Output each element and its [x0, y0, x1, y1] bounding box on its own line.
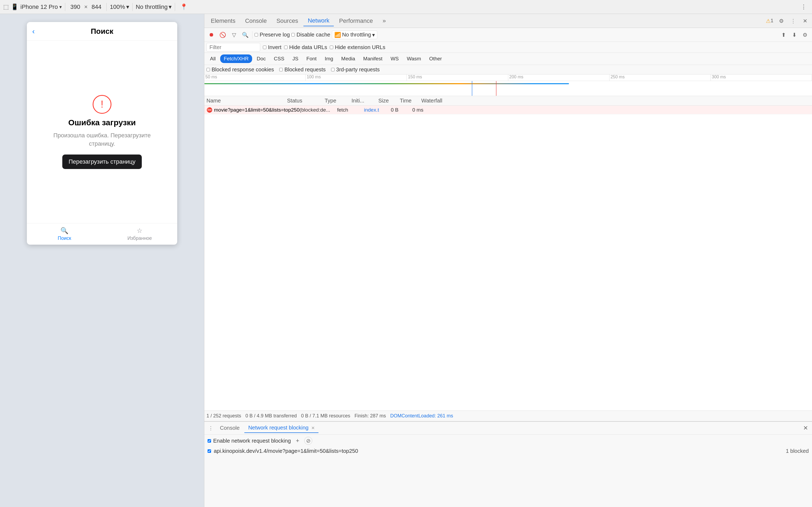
location-sensor-button[interactable]: 📍	[178, 2, 189, 12]
tab-sources[interactable]: Sources	[272, 16, 302, 26]
bottom-tab-network-blocking[interactable]: Network request blocking ✕	[244, 423, 318, 433]
bottom-tab-console[interactable]: Console	[216, 423, 243, 433]
invert-checkbox-label[interactable]: Invert	[263, 44, 282, 50]
tab-elements[interactable]: Elements	[206, 16, 240, 26]
devtools-settings-button[interactable]: ⚙	[776, 16, 786, 26]
filter-input[interactable]	[206, 43, 260, 52]
domcontent-time: DOMContentLoaded: 261 ms	[390, 413, 453, 419]
phone-nav-favorites[interactable]: ☆ Избранное	[102, 223, 177, 245]
device-selector[interactable]: iPhone 12 Pro ▾	[20, 3, 62, 10]
hide-data-urls-checkbox[interactable]	[284, 46, 288, 49]
phone-nav-favorites-label: Избранное	[127, 235, 152, 241]
blocked-requests-label[interactable]: Blocked requests	[279, 66, 325, 73]
tab-network[interactable]: Network	[303, 15, 334, 26]
filter-tab-js[interactable]: JS	[289, 54, 302, 63]
invert-checkbox[interactable]	[263, 46, 266, 49]
bottom-tab-close-button[interactable]: ✕	[311, 426, 315, 430]
search-button[interactable]: 🔍	[240, 30, 250, 40]
devtools-close-button[interactable]: ✕	[800, 16, 810, 26]
network-settings-button[interactable]: ⚙	[800, 30, 810, 40]
filter-tab-font[interactable]: Font	[303, 54, 320, 63]
filter-tab-ws[interactable]: WS	[387, 54, 402, 63]
row-size-value: 0 B	[391, 107, 399, 113]
enable-blocking-label[interactable]: Enable network request blocking	[208, 438, 291, 444]
filter-tab-fetchxhr[interactable]: Fetch/XHR	[220, 54, 252, 63]
filter-tab-all[interactable]: All	[206, 54, 219, 63]
throttle-selector[interactable]: No throttling ▾	[136, 3, 172, 10]
header-time: Time	[400, 98, 421, 104]
row-size-cell: 0 B	[391, 107, 412, 113]
throttle-selector[interactable]: 📶 No throttling ▾	[332, 31, 377, 39]
blocked-requests-checkbox[interactable]	[279, 68, 283, 71]
more-options-button[interactable]: ⋮	[799, 3, 809, 10]
zoom-selector[interactable]: 100% ▾	[110, 3, 129, 10]
error-row-icon: ⛔	[206, 107, 212, 113]
cursor-icon: ⬚	[3, 3, 9, 10]
blocking-rule[interactable]: api.kinopoisk.dev/v1.4/movie?page=1&limi…	[208, 447, 809, 455]
third-party-requests-checkbox[interactable]	[331, 68, 335, 71]
record-button[interactable]: ⏺	[206, 30, 216, 40]
warning-count: 1	[771, 18, 773, 23]
width-value[interactable]: 390	[68, 3, 82, 10]
zoom-chevron-icon: ▾	[126, 3, 129, 10]
network-table[interactable]: Name Status Type Initi... Size Time Wate…	[204, 96, 812, 410]
upload-har-button[interactable]: ⬆	[779, 30, 789, 40]
devtools-more-button[interactable]: ⋮	[789, 16, 798, 26]
search-nav-icon: 🔍	[60, 227, 68, 234]
warning-button[interactable]: ⚠ 1	[765, 16, 774, 26]
blocked-response-cookies-label[interactable]: Blocked response cookies	[206, 66, 274, 73]
tab-console[interactable]: Console	[241, 16, 271, 26]
third-party-requests-label[interactable]: 3rd-party requests	[331, 66, 380, 73]
enable-blocking-checkbox[interactable]	[208, 439, 211, 443]
blocked-response-cookies-checkbox[interactable]	[206, 68, 210, 71]
reload-button[interactable]: Перезагрузить страницу	[62, 155, 142, 169]
error-subtitle: Произошла ошибка. Перезагрузитестраницу.	[53, 131, 151, 148]
tab-performance[interactable]: Performance	[335, 16, 377, 26]
phone-content: ! Ошибка загрузки Произошла ошибка. Пере…	[27, 41, 177, 223]
disable-cache-label: Disable cache	[296, 32, 330, 38]
row-status-value: (blocked:de...	[299, 107, 330, 113]
hide-extension-urls-checkbox-label[interactable]: Hide extension URLs	[330, 44, 385, 50]
disable-cache-checkbox-label[interactable]: Disable cache	[291, 32, 330, 38]
add-rule-button[interactable]: +	[294, 437, 302, 445]
settings-icon: ⚙	[779, 18, 784, 24]
row-name-text: movie?page=1&limit=50&lists=top250	[214, 107, 299, 113]
filter-row: Invert Hide data URLs Hide extension URL…	[204, 42, 812, 53]
hide-extension-urls-checkbox[interactable]	[330, 46, 333, 49]
preserve-log-checkbox[interactable]	[255, 33, 258, 37]
device-mode-icon: 📱	[11, 3, 18, 10]
devtools-top-tabs: Elements Console Sources Network Perform…	[204, 14, 812, 28]
block-all-button[interactable]: ⊘	[304, 437, 312, 445]
row-initiator-value: index.t	[364, 107, 379, 113]
filter-tab-doc[interactable]: Doc	[253, 54, 269, 63]
bottom-panel-menu-button[interactable]: ⋮	[206, 424, 215, 433]
phone-nav-search[interactable]: 🔍 Поиск	[27, 223, 102, 245]
phone-back-button[interactable]: ‹	[32, 27, 35, 36]
bottom-panel: ⋮ Console Network request blocking ✕ ✕ E…	[204, 421, 812, 507]
height-value[interactable]: 844	[90, 3, 103, 10]
clear-button[interactable]: 🚫	[218, 30, 227, 40]
device-chevron-icon: ▾	[59, 4, 62, 10]
ruler-mark-50: 50 ms	[204, 74, 306, 81]
tab-more[interactable]: »	[378, 16, 390, 26]
preserve-log-checkbox-label[interactable]: Preserve log	[255, 32, 290, 38]
enable-blocking-text: Enable network request blocking	[213, 438, 291, 444]
filter-tab-other[interactable]: Other	[425, 54, 446, 63]
hide-data-urls-checkbox-label[interactable]: Hide data URLs	[284, 44, 327, 50]
filter-tab-css[interactable]: CSS	[270, 54, 288, 63]
filter-button[interactable]: ▽	[229, 30, 239, 40]
timeline-ruler: 50 ms 100 ms 150 ms 200 ms 250 ms 300 ms	[204, 74, 812, 81]
download-har-button[interactable]: ⬇	[790, 30, 799, 40]
table-row[interactable]: ⛔ movie?page=1&limit=50&lists=top250 (bl…	[204, 106, 812, 114]
header-type: Type	[325, 98, 352, 104]
filter-tab-media[interactable]: Media	[338, 54, 359, 63]
invert-label: Invert	[268, 44, 282, 50]
filter-tab-img[interactable]: Img	[321, 54, 337, 63]
block-icon: ⊘	[306, 438, 311, 444]
filter-tab-wasm[interactable]: Wasm	[403, 54, 424, 63]
filter-tab-manifest[interactable]: Manifest	[360, 54, 386, 63]
timeline-area: 50 ms 100 ms 150 ms 200 ms 250 ms 300 ms	[204, 74, 812, 96]
blocking-rule-checkbox[interactable]	[208, 449, 211, 453]
bottom-panel-close-button[interactable]: ✕	[801, 424, 810, 433]
disable-cache-checkbox[interactable]	[291, 33, 295, 37]
